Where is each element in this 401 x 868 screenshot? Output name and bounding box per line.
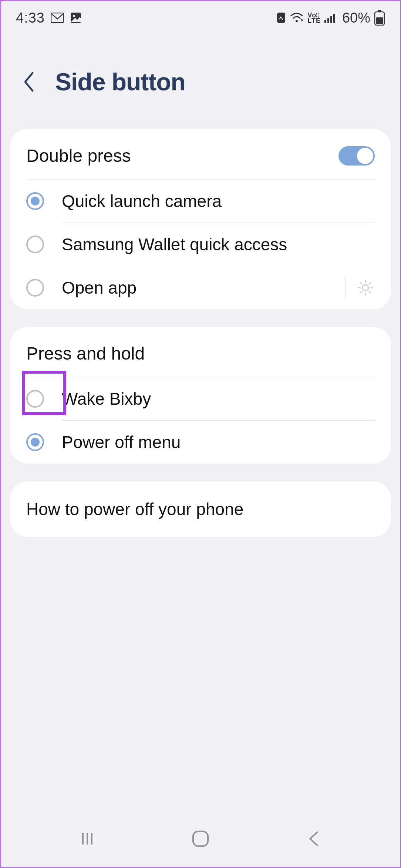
svg-point-4 — [296, 20, 298, 22]
option-label: Open app — [62, 278, 346, 298]
radio-selected-icon — [26, 192, 44, 210]
press-hold-card: Press and hold Wake Bixby Power off menu — [10, 327, 391, 464]
recents-button[interactable] — [73, 824, 102, 854]
double-press-title: Double press — [26, 146, 338, 166]
double-press-toggle[interactable] — [338, 146, 375, 166]
press-hold-header: Press and hold — [10, 327, 391, 377]
battery-percent: 60% — [342, 10, 370, 26]
home-button[interactable] — [186, 824, 215, 854]
card-icon — [276, 12, 286, 24]
back-button[interactable] — [20, 69, 38, 95]
radio-unselected-icon — [26, 236, 44, 253]
option-label: Quick launch camera — [62, 191, 375, 211]
gmail-icon — [51, 13, 64, 23]
status-time: 4:33 — [16, 10, 45, 26]
press-hold-title: Press and hold — [26, 343, 145, 364]
radio-unselected-icon — [26, 279, 44, 297]
navigation-bar — [1, 820, 400, 857]
svg-point-12 — [363, 285, 368, 291]
option-power-off-menu[interactable]: Power off menu — [10, 421, 391, 464]
wifi-icon — [290, 12, 304, 23]
radio-unselected-icon — [26, 390, 44, 408]
radio-selected-icon — [26, 433, 44, 451]
divider — [346, 277, 346, 299]
double-press-card: Double press Quick launch camera Samsung… — [10, 129, 391, 309]
gear-icon[interactable] — [356, 278, 375, 297]
option-samsung-wallet[interactable]: Samsung Wallet quick access — [10, 223, 391, 266]
option-wake-bixby[interactable]: Wake Bixby — [10, 377, 391, 420]
svg-point-2 — [73, 15, 75, 17]
svg-rect-16 — [193, 831, 208, 846]
svg-rect-0 — [51, 13, 64, 23]
option-label: Samsung Wallet quick access — [62, 234, 375, 254]
page-header: Side button — [1, 34, 400, 129]
option-label: Wake Bixby — [62, 389, 375, 409]
svg-rect-5 — [324, 20, 326, 23]
svg-rect-11 — [376, 17, 383, 24]
battery-icon — [374, 10, 385, 26]
how-to-power-off[interactable]: How to power off your phone — [10, 481, 391, 537]
volte-icon: VoLTE — [307, 13, 321, 23]
option-quick-launch-camera[interactable]: Quick launch camera — [10, 180, 391, 223]
image-icon — [70, 12, 82, 24]
back-nav-button[interactable] — [299, 824, 328, 854]
page-title: Side button — [55, 68, 185, 96]
svg-rect-6 — [327, 18, 329, 23]
double-press-toggle-row[interactable]: Double press — [10, 129, 391, 179]
status-bar: 4:33 VoLTE 60% — [1, 1, 400, 34]
svg-rect-8 — [333, 14, 335, 23]
svg-rect-7 — [330, 16, 332, 23]
option-label: Power off menu — [62, 432, 375, 452]
info-label: How to power off your phone — [26, 499, 375, 519]
option-open-app[interactable]: Open app — [10, 266, 391, 309]
signal-icon — [324, 13, 337, 23]
